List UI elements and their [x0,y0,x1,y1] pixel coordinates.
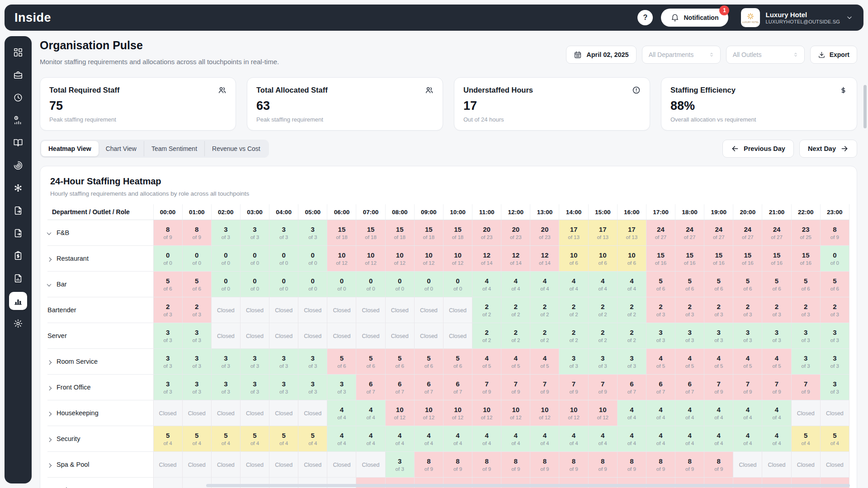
heatmap-cell: 24of 27 [733,220,762,246]
heatmap-cell: 3of 3 [733,323,762,349]
heatmap-cell: 0of 0 [820,246,849,272]
row-label-room-service[interactable]: Room Service [47,349,153,375]
row-label-security[interactable]: Security [47,426,153,452]
heatmap-cell: Closed [211,297,240,323]
heatmap-cell: 7of 9 [501,375,530,400]
heatmap-cell: 2of 2 [501,297,530,323]
next-day-button[interactable]: Next Day [799,140,857,158]
tab-group: Heatmap ViewChart ViewTeam SentimentReve… [40,140,269,158]
briefcase-icon[interactable] [9,66,27,84]
heatmap-row-security: Security5of 45of 45of 45of 45of 45of 44o… [47,426,849,452]
heatmap-cell: 10of 12 [385,400,414,426]
heatmap-cell: 8of 9 [530,452,559,478]
heatmap-cell: 2of 3 [182,297,211,323]
heatmap-cell: 8of 9 [559,452,588,478]
row-label-bar[interactable]: Bar [47,272,153,297]
heatmap-cell: 3of 3 [298,375,327,400]
horizontal-scrollbar[interactable] [206,484,850,487]
heatmap-cell: 7of 9 [762,375,791,400]
chevron-down-icon[interactable] [845,14,854,22]
tab-heatmap-view[interactable]: Heatmap View [41,141,99,156]
heatmap-cell: 8of 9 [617,452,646,478]
export-button[interactable]: Export [810,46,857,64]
row-label-spa-pool[interactable]: Spa & Pool [47,452,153,478]
clipboard-dollar-icon[interactable] [9,247,27,265]
row-label-front-office[interactable]: Front Office [47,375,153,400]
select-arrows-icon [708,52,715,58]
settings-icon[interactable] [9,314,27,333]
stat-title: Total Allocated Staff [256,86,328,94]
heatmap-cell: 5of 6 [791,272,820,297]
heatmap-cell: 4of 5 [675,349,704,375]
top-header-bar: Inside ? Notification 1 LUXURY HOTEL Lux… [5,5,863,31]
heatmap-cell: 4of 4 [675,400,704,426]
heatmap-cell: 8of 9 [588,452,617,478]
heatmap-cell: 4of 4 [414,426,443,452]
hour-header: 13:00 [530,204,559,220]
heatmap-cell: Closed [269,452,298,478]
row-label-f-b[interactable]: F&B [47,220,153,246]
outlets-select[interactable]: All Outlets [726,46,805,64]
row-label-restaurant[interactable]: Restaurant [47,246,153,272]
heatmap-cell: 2of 2 [501,323,530,349]
file-report-icon[interactable] [9,269,27,287]
book-icon[interactable] [9,134,27,152]
clock-icon[interactable] [9,89,27,107]
heatmap-cell: 8of 9 [472,452,501,478]
heatmap-cell: 4of 4 [501,272,530,297]
staffing-heatmap-table: Department / Outlet / Role 00:0001:0002:… [47,204,849,488]
heatmap-cell: 3of 3 [182,349,211,375]
heatmap-cell: 5of 4 [211,426,240,452]
outlets-value: All Outlets [733,51,762,58]
time-analytics-icon[interactable] [9,111,27,129]
row-label-housekeeping[interactable]: Housekeeping [47,400,153,426]
heatmap-cell: 0of 0 [240,272,269,297]
heatmap-cell: 5of 6 [153,272,182,297]
dashboard-icon[interactable] [9,43,27,61]
heatmap-cell: 3of 3 [820,375,849,400]
heatmap-cell: Closed [240,400,269,426]
stats-row: Total Required Staff75Peak staffing requ… [40,77,857,131]
heatmap-cell: 10of 12 [327,246,356,272]
export-label: Export [830,51,849,58]
heatmap-cell: 10of 12 [588,400,617,426]
notification-button[interactable]: Notification 1 [661,9,728,27]
heatmap-cell: 8of 9 [443,452,472,478]
tab-revenue-vs-cost[interactable]: Revenue vs Cost [204,141,268,156]
heatmap-cell: 2of 2 [472,323,501,349]
heatmap-cell: 3of 3 [298,220,327,246]
vertical-scrollbar[interactable] [863,85,867,128]
heatmap-cell: 5of 4 [820,426,849,452]
heatmap-cell: 4of 4 [704,426,733,452]
analytics-icon[interactable] [9,292,27,310]
heatmap-cell: 8of 9 [414,452,443,478]
tab-team-sentiment[interactable]: Team Sentiment [144,141,204,156]
heatmap-cell: 15of 16 [704,246,733,272]
heatmap-cell: 3of 3 [240,375,269,400]
calendar-icon [574,51,582,59]
heatmap-cell: 17of 13 [617,220,646,246]
user-account-menu[interactable]: LUXURY HOTEL Luxury Hotel LUXURYHOTEL@OU… [741,8,854,27]
heatmap-cell: 23of 25 [791,220,820,246]
file-export-icon[interactable] [9,202,27,220]
tab-chart-view[interactable]: Chart View [99,141,144,156]
heatmap-cell: 6of 7 [385,375,414,400]
stat-subtext: Overall allocation vs requirement [670,116,848,123]
heatmap-cell: 5of 6 [414,349,443,375]
stat-subtext: Peak staffing requirement [49,116,226,123]
file-forward-icon[interactable] [9,224,27,242]
heatmap-cell: 7of 9 [733,375,762,400]
row-label-text: Server [47,332,67,339]
help-button[interactable]: ? [637,10,653,25]
departments-select[interactable]: All Departments [642,46,721,64]
previous-day-button[interactable]: Previous Day [722,140,794,158]
heatmap-cell: 3of 3 [820,349,849,375]
heatmap-cell: 2of 2 [530,323,559,349]
heatmap-cell: 3of 3 [269,349,298,375]
date-picker[interactable]: April 02, 2025 [566,46,637,64]
heatmap-cell: 2of 3 [646,297,675,323]
heatmap-cell: 2of 2 [617,323,646,349]
hub-icon[interactable] [9,179,27,197]
radar-icon[interactable] [9,156,27,174]
row-label-maintenance[interactable]: Maintenance [47,478,153,488]
